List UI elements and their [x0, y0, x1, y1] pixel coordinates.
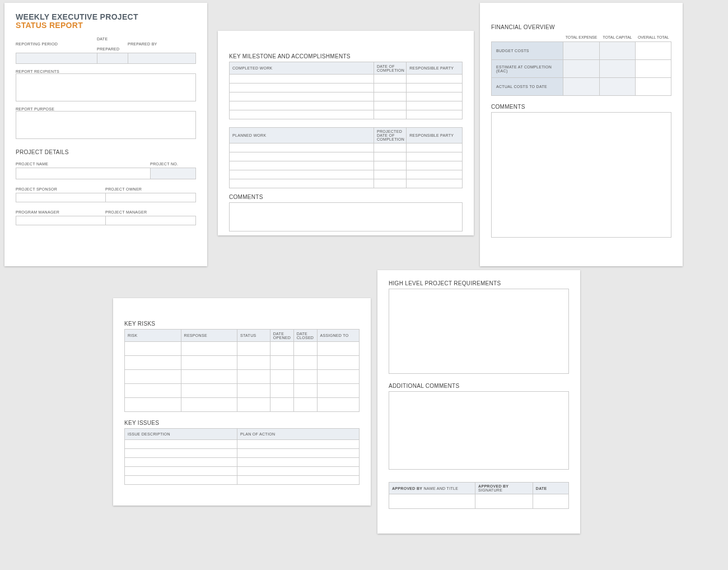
table-cell[interactable] — [635, 78, 671, 96]
table-cell[interactable] — [317, 384, 359, 398]
table-cell[interactable] — [125, 476, 237, 485]
table-cell[interactable] — [125, 449, 237, 458]
table-cell[interactable] — [374, 152, 406, 161]
table-cell[interactable] — [374, 84, 406, 92]
approved-date-field[interactable] — [533, 494, 568, 509]
table-cell[interactable] — [407, 179, 463, 188]
table-cell[interactable] — [317, 342, 359, 356]
table-cell[interactable] — [635, 60, 671, 78]
table-cell[interactable] — [237, 370, 270, 384]
table-cell[interactable] — [270, 370, 293, 384]
table-cell[interactable] — [563, 78, 599, 96]
table-cell[interactable] — [407, 170, 463, 179]
table-cell[interactable] — [125, 356, 181, 370]
table-cell[interactable] — [270, 356, 293, 370]
table-cell[interactable] — [237, 342, 270, 356]
table-cell[interactable] — [125, 342, 181, 356]
table-cell[interactable] — [270, 398, 293, 412]
report-purpose-field[interactable] — [16, 111, 196, 139]
table-cell[interactable] — [125, 398, 181, 412]
requirements-field[interactable] — [389, 289, 569, 374]
table-cell[interactable] — [293, 370, 317, 384]
table-cell[interactable] — [230, 161, 374, 170]
table-cell[interactable] — [125, 440, 237, 449]
table-cell[interactable] — [293, 398, 317, 412]
table-cell[interactable] — [125, 384, 181, 398]
project-sponsor-field[interactable] — [16, 193, 106, 202]
program-manager-field[interactable] — [16, 216, 106, 225]
table-cell[interactable] — [407, 161, 463, 170]
table-cell[interactable] — [374, 161, 406, 170]
table-cell[interactable] — [407, 75, 463, 84]
table-cell[interactable] — [181, 384, 237, 398]
project-no-field[interactable] — [151, 168, 196, 179]
table-cell[interactable] — [181, 398, 237, 412]
table-cell[interactable] — [407, 110, 463, 119]
table-cell[interactable] — [374, 179, 406, 188]
table-cell[interactable] — [374, 92, 406, 101]
table-cell[interactable] — [230, 75, 374, 84]
table-cell[interactable] — [374, 143, 406, 152]
table-cell[interactable] — [270, 342, 293, 356]
table-cell[interactable] — [407, 101, 463, 110]
table-cell[interactable] — [237, 467, 360, 476]
additional-comments-field[interactable] — [389, 391, 569, 470]
table-cell[interactable] — [181, 356, 237, 370]
table-cell[interactable] — [374, 101, 406, 110]
table-cell[interactable] — [237, 458, 360, 467]
table-cell[interactable] — [237, 440, 360, 449]
report-recipients-field[interactable] — [16, 73, 196, 101]
table-cell[interactable] — [317, 398, 359, 412]
reporting-period-field[interactable] — [16, 53, 97, 63]
table-cell[interactable] — [230, 143, 374, 152]
table-cell[interactable] — [125, 467, 237, 476]
table-cell[interactable] — [599, 42, 635, 60]
table-cell[interactable] — [563, 42, 599, 60]
table-cell[interactable] — [230, 92, 374, 101]
table-cell[interactable] — [181, 342, 237, 356]
table-cell[interactable] — [317, 370, 359, 384]
table-cell[interactable] — [293, 356, 317, 370]
table-cell[interactable] — [293, 342, 317, 356]
risks-table: RISK RESPONSE STATUS DATE OPENED DATE CL… — [124, 329, 360, 412]
table-cell[interactable] — [237, 384, 270, 398]
fin-comments-field[interactable] — [491, 112, 671, 238]
milestone-comments-field[interactable] — [229, 202, 463, 231]
table-cell[interactable] — [317, 356, 359, 370]
table-cell[interactable] — [230, 110, 374, 119]
table-cell[interactable] — [230, 179, 374, 188]
project-name-field[interactable] — [16, 168, 151, 179]
table-cell[interactable] — [374, 110, 406, 119]
table-cell[interactable] — [181, 370, 237, 384]
table-cell[interactable] — [125, 458, 237, 467]
table-cell[interactable] — [599, 60, 635, 78]
table-cell[interactable] — [125, 370, 181, 384]
table-cell[interactable] — [374, 170, 406, 179]
prepared-by-field[interactable] — [128, 53, 196, 63]
table-cell[interactable] — [635, 42, 671, 60]
table-cell[interactable] — [293, 384, 317, 398]
project-manager-label: PROJECT MANAGER — [105, 210, 147, 214]
date-prepared-field[interactable] — [97, 53, 128, 63]
table-cell[interactable] — [374, 75, 406, 84]
card-risks-issues: KEY RISKS RISK RESPONSE STATUS DATE OPEN… — [113, 298, 371, 506]
table-cell[interactable] — [407, 143, 463, 152]
table-cell[interactable] — [230, 152, 374, 161]
table-cell[interactable] — [230, 170, 374, 179]
table-cell[interactable] — [237, 356, 270, 370]
approved-sig-field[interactable] — [475, 494, 533, 509]
table-cell[interactable] — [599, 78, 635, 96]
table-cell[interactable] — [563, 60, 599, 78]
approved-name-field[interactable] — [389, 494, 475, 509]
project-manager-field[interactable] — [106, 216, 196, 225]
table-cell[interactable] — [237, 476, 360, 485]
table-cell[interactable] — [407, 84, 463, 92]
table-cell[interactable] — [407, 92, 463, 101]
table-cell[interactable] — [237, 398, 270, 412]
project-owner-field[interactable] — [106, 193, 196, 202]
table-cell[interactable] — [230, 84, 374, 92]
table-cell[interactable] — [407, 152, 463, 161]
table-cell[interactable] — [230, 101, 374, 110]
table-cell[interactable] — [237, 449, 360, 458]
table-cell[interactable] — [270, 384, 293, 398]
